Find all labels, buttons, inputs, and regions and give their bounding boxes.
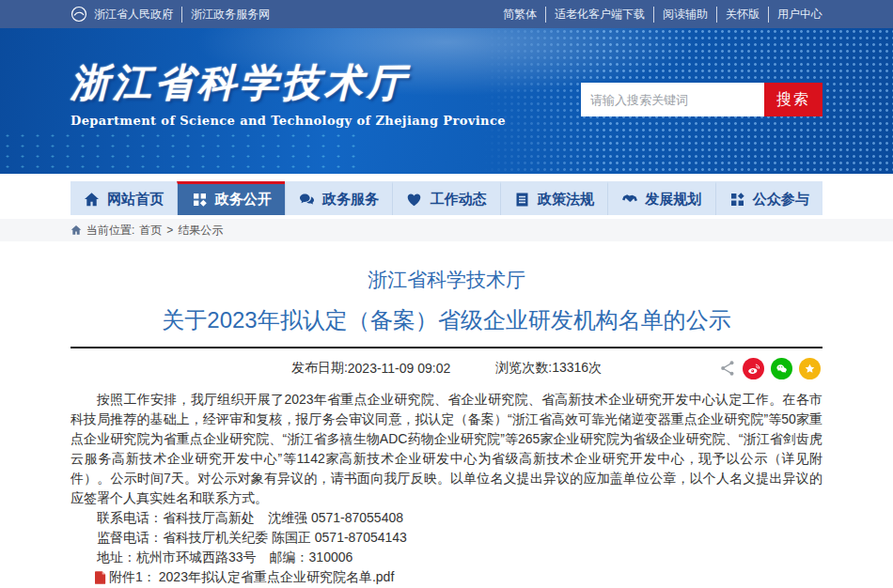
topbar-left-links: 浙江省人民政府 浙江政务服务网 bbox=[94, 7, 270, 23]
share-toolbar bbox=[719, 348, 821, 388]
heart-icon bbox=[406, 192, 422, 208]
nav-tab-label: 发展规划 bbox=[645, 191, 701, 209]
topbar-left-group: 浙江省人民政府 浙江政务服务网 bbox=[70, 6, 270, 23]
link-simplified-traditional[interactable]: 简繁体 bbox=[503, 7, 537, 23]
nav-tab-home[interactable]: 网站首页 bbox=[70, 181, 177, 215]
attachment-link-1[interactable]: 附件1：2023年拟认定省重点企业研究院名单.pdf bbox=[70, 567, 822, 587]
site-logo-subtitle: Department of Science and Technology of … bbox=[70, 114, 506, 128]
share-qzone-icon[interactable] bbox=[799, 358, 821, 379]
article-org-title: 浙江省科学技术厅 bbox=[70, 268, 822, 291]
breadcrumb-current[interactable]: 结果公示 bbox=[178, 223, 223, 239]
link-reading-aid[interactable]: 阅读辅助 bbox=[653, 7, 708, 23]
view-count: 浏览次数: 13316次 bbox=[495, 360, 602, 377]
participation-grid-icon bbox=[729, 192, 745, 208]
link-zhejiang-service[interactable]: 浙江政务服务网 bbox=[181, 7, 270, 23]
attachment-label: 附件1： bbox=[109, 569, 156, 586]
breadcrumb-home-link[interactable]: 首页 bbox=[139, 223, 162, 239]
home-icon bbox=[84, 192, 100, 208]
nav-tab-label: 网站首页 bbox=[107, 191, 164, 209]
share-wechat-icon[interactable] bbox=[771, 358, 792, 379]
document-icon bbox=[514, 192, 530, 208]
publish-date-label: 发布日期: bbox=[291, 360, 348, 377]
search-button[interactable]: 搜索 bbox=[764, 83, 822, 116]
search-input[interactable] bbox=[581, 83, 764, 116]
nav-tab-label: 工作动态 bbox=[430, 191, 486, 209]
publish-date-value: 2023-11-09 09:02 bbox=[348, 361, 451, 376]
nav-tab-label: 政务服务 bbox=[322, 191, 379, 209]
nav-tab-news[interactable]: 工作动态 bbox=[392, 181, 499, 215]
view-count-label: 浏览次数: bbox=[495, 360, 552, 377]
article-meta-row: 发布日期: 2023-11-09 09:02 浏览次数: 13316次 bbox=[70, 348, 822, 388]
site-logo-title: 浙江省科学技术厅 bbox=[70, 64, 506, 102]
disclosure-grid-icon bbox=[192, 192, 208, 208]
topbar-right-links: 简繁体 适老化客户端下载 阅读辅助 关怀版 用户中心 bbox=[503, 7, 822, 23]
article-title: 关于2023年拟认定（备案）省级企业研发机构名单的公示 bbox=[70, 305, 822, 334]
banner-dot-sparkles bbox=[0, 131, 357, 174]
government-emblem-icon bbox=[70, 6, 87, 23]
nav-tab-policies[interactable]: 政策法规 bbox=[500, 181, 607, 215]
breadcrumb-home-icon bbox=[70, 224, 82, 236]
article-content: 浙江省科学技术厅 关于2023年拟认定（备案）省级企业研发机构名单的公示 发布日… bbox=[70, 241, 822, 588]
share-icon[interactable] bbox=[719, 360, 736, 377]
handshake-icon bbox=[621, 192, 637, 208]
share-weibo-icon[interactable] bbox=[743, 358, 764, 379]
nav-tab-planning[interactable]: 发展规划 bbox=[607, 181, 714, 215]
top-utility-bar: 浙江省人民政府 浙江政务服务网 简繁体 适老化客户端下载 阅读辅助 关怀版 用户… bbox=[0, 0, 893, 28]
breadcrumb: 当前位置: 首页 > 结果公示 bbox=[0, 219, 893, 241]
nav-tab-label: 政策法规 bbox=[538, 191, 594, 209]
breadcrumb-separator: > bbox=[166, 224, 173, 237]
nav-tab-participation[interactable]: 公众参与 bbox=[715, 181, 822, 215]
nav-tab-services[interactable]: 政务服务 bbox=[285, 181, 392, 215]
link-elderly-client-download[interactable]: 适老化客户端下载 bbox=[545, 7, 645, 23]
address-line: 地址：杭州市环城西路33号 邮编：310006 bbox=[70, 548, 822, 567]
link-user-center[interactable]: 用户中心 bbox=[768, 7, 822, 23]
nav-tab-label: 政务公开 bbox=[215, 191, 272, 209]
view-count-value: 13316次 bbox=[552, 360, 602, 377]
nav-tab-disclosure[interactable]: 政务公开 bbox=[177, 181, 284, 215]
pdf-file-icon bbox=[95, 571, 106, 584]
header-banner: 浙江省科学技术厅 Department of Science and Techn… bbox=[0, 28, 893, 174]
site-logo[interactable]: 浙江省科学技术厅 Department of Science and Techn… bbox=[70, 64, 506, 128]
site-search: 搜索 bbox=[581, 83, 822, 116]
article-paragraph: 按照工作安排，我厅组织开展了2023年省重点企业研究院、省企业研究院、省高新技术… bbox=[70, 390, 822, 508]
main-navigation: 网站首页 政务公开 政务服务 工作动态 政策法规 发展规划 公众参与 bbox=[70, 181, 822, 215]
nav-tab-label: 公众参与 bbox=[753, 191, 809, 209]
contact-phone-line: 联系电话：省科技厅高新处 沈维强 0571-87055408 bbox=[70, 508, 822, 528]
attachment-filename: 2023年拟认定省重点企业研究院名单.pdf bbox=[159, 569, 395, 586]
chat-bubbles-icon bbox=[299, 192, 315, 208]
link-care-version[interactable]: 关怀版 bbox=[716, 7, 760, 23]
link-zhejiang-gov[interactable]: 浙江省人民政府 bbox=[94, 7, 173, 23]
supervision-phone-line: 监督电话：省科技厅机关纪委 陈国正 0571-87054143 bbox=[70, 528, 822, 548]
breadcrumb-label: 当前位置: bbox=[86, 223, 134, 239]
publish-date: 发布日期: 2023-11-09 09:02 bbox=[291, 360, 450, 377]
